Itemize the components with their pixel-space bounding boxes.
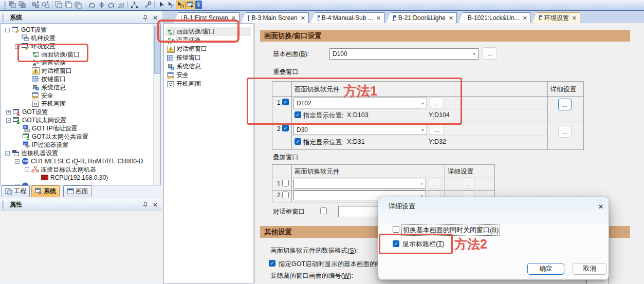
expand-box[interactable]: - xyxy=(5,28,10,32)
base-screen-browse-button[interactable]: ... xyxy=(483,47,497,60)
expand-box[interactable]: - xyxy=(15,159,20,164)
dock-tab-project[interactable]: 工程 xyxy=(2,185,30,197)
group-icon[interactable] xyxy=(31,1,41,9)
superimpose-row2-enable-checkbox[interactable] xyxy=(282,192,289,198)
superimpose-row1-enable-checkbox[interactable] xyxy=(282,180,289,186)
tab-b3-main-screen[interactable]: B-3:Main Screen✕ xyxy=(241,12,309,23)
tab-close-icon[interactable]: ✕ xyxy=(376,15,381,22)
overlap-row1-enable-checkbox[interactable]: ✓ xyxy=(282,99,289,105)
tree-item-ethernet-target[interactable]: -连接目标以太网机器 xyxy=(25,165,96,174)
ok-button[interactable]: 确定 xyxy=(527,263,564,275)
overlap-row2-browse-button[interactable]: ... xyxy=(430,124,444,135)
frame-paste-icon[interactable] xyxy=(64,1,73,9)
tree-item-key-window[interactable]: 按键窗口 xyxy=(32,75,66,83)
expand-box[interactable]: + xyxy=(6,110,11,115)
overlap-row2-detail-button[interactable]: ... xyxy=(558,126,572,138)
tree-item-got-settings[interactable]: -GOT设置 xyxy=(5,26,47,34)
overlap-row1-browse-button[interactable]: ... xyxy=(430,98,444,108)
startup-screen-checkbox[interactable]: ✓ xyxy=(269,260,275,267)
tree-item-ch2-partial[interactable]: +CH2 xyxy=(15,182,31,185)
tree-item-system-info[interactable]: i系统信息 xyxy=(32,83,66,91)
tree-item-got-ethernet-common[interactable]: GOT以太网公共设置 xyxy=(16,132,88,141)
dock-tab-screen[interactable]: 画面 xyxy=(63,185,91,197)
expand-box[interactable]: - xyxy=(5,151,10,156)
nav-item-security[interactable]: 安全 xyxy=(165,71,251,80)
superimpose-row1-device-combo[interactable]: ▼ xyxy=(293,179,426,188)
stack-front-icon[interactable] xyxy=(8,1,17,9)
pin-icon[interactable] xyxy=(141,14,149,22)
nav-item-key-window[interactable]: 按键窗口 xyxy=(165,53,251,62)
overlap-row1-position-checkbox[interactable]: ✓ xyxy=(295,111,301,118)
tree-item-security[interactable]: 安全 xyxy=(32,91,53,100)
nav-item-system-info[interactable]: i系统信息 xyxy=(165,62,251,71)
tab-close-icon[interactable]: ✕ xyxy=(301,15,305,22)
superimpose-row1-browse-button[interactable]: ... xyxy=(429,179,441,188)
tab-b1021-lock-unlock[interactable]: B-1021:Lock&Un...✕ xyxy=(458,12,530,23)
ungroup-icon[interactable] xyxy=(41,1,50,9)
close-icon[interactable]: ✕ xyxy=(151,14,159,22)
tree-item-ch1[interactable]: -CH1CH1:MELSEC iQ-R, RnMT/RT, CR800-D xyxy=(15,157,143,165)
rotate-angle-icon[interactable] xyxy=(116,1,126,9)
toolbar-grip[interactable] xyxy=(4,2,6,9)
toolbar-overflow-icon[interactable] xyxy=(195,1,202,9)
flip-horizontal-icon[interactable] xyxy=(97,1,106,9)
tab-b21-door-light[interactable]: B-21:Door&Lighe✕ xyxy=(386,12,457,23)
rotate-cw-icon[interactable] xyxy=(106,1,116,9)
select-window-icon[interactable] xyxy=(186,1,195,9)
tree-item-ip-filter[interactable]: IPIP过滤器设置 xyxy=(16,141,68,149)
dialog-window-checkbox[interactable] xyxy=(320,207,327,214)
tree-item-got-settings-2[interactable]: +GOT设置 xyxy=(6,108,48,116)
select-object-icon[interactable] xyxy=(176,1,186,9)
tree-item-got-ethernet[interactable]: -GOT以太网设置 xyxy=(6,116,66,124)
select-area-icon[interactable] xyxy=(166,1,176,9)
rotate-ccw-icon[interactable] xyxy=(87,1,97,9)
nav-item-language-switching[interactable]: Aあ语言切换 xyxy=(165,36,251,45)
tab-b4-manual-sub[interactable]: B-4:Manual-Sub ...✕ xyxy=(310,12,384,23)
tree-item-dialog-window[interactable]: 对话框窗口 xyxy=(32,67,72,75)
expand-box[interactable]: - xyxy=(15,44,20,49)
close-icon[interactable]: ✕ xyxy=(151,201,159,209)
option-wrench-icon[interactable] xyxy=(143,1,153,9)
cancel-button[interactable]: 取消 xyxy=(573,263,606,275)
tab-environment-settings[interactable]: 环境设置✕ xyxy=(532,12,580,23)
base-screen-combo[interactable]: D100▼ xyxy=(329,48,479,60)
pin-icon[interactable] xyxy=(141,201,149,209)
overlap-row2-device-combo[interactable]: D30▼ xyxy=(293,124,427,135)
expand-box[interactable]: - xyxy=(6,118,11,123)
nav-item-startup-screen[interactable]: 开机画面 xyxy=(165,80,251,88)
tab-close-icon[interactable]: ✕ xyxy=(523,15,527,22)
tree-scrollbar[interactable] xyxy=(153,24,160,185)
tree-item-language-switching[interactable]: Aあ语言切换 xyxy=(32,59,66,67)
tree-item-connection-settings[interactable]: -连接机器设置 xyxy=(5,149,58,157)
frame-duplicate-icon[interactable] xyxy=(73,1,83,9)
dialog-window-field[interactable] xyxy=(338,206,379,217)
tab-close-icon[interactable]: ✕ xyxy=(449,15,453,22)
superimpose-row1-detail-button[interactable]: ... xyxy=(463,179,475,188)
show-title-bar-checkbox[interactable]: ✓ xyxy=(393,240,399,247)
show-title-bar-checkbox-label[interactable]: 显示标题栏(T) xyxy=(402,239,445,249)
overlap-row2-position-checkbox[interactable]: ✓ xyxy=(295,138,301,145)
overlap-row2-enable-checkbox[interactable]: ✓ xyxy=(282,125,289,131)
tree-item-screen-switching[interactable]: 画面切换/窗口 xyxy=(32,50,80,59)
tab-close-icon[interactable]: ✕ xyxy=(572,15,577,22)
nav-item-screen-switching[interactable]: 画面切换/窗口 xyxy=(165,27,251,36)
tree-item-model-settings[interactable]: 机种设置 xyxy=(15,34,56,42)
dialog-close-icon[interactable]: ✕ xyxy=(595,201,606,212)
expand-box[interactable]: - xyxy=(25,167,29,172)
scrollbar-thumb[interactable] xyxy=(154,26,160,74)
frame-copy-icon[interactable] xyxy=(54,1,64,9)
tree-item-got-ip[interactable]: IPGOT IP地址设置 xyxy=(16,124,77,132)
tree-item-startup-screen[interactable]: 开机画面 xyxy=(32,100,66,108)
stack-back-icon[interactable] xyxy=(17,1,27,9)
select-cursor-icon[interactable] xyxy=(156,1,166,9)
tab-close-icon[interactable]: ✕ xyxy=(231,15,236,22)
close-window-checkbox-label[interactable]: 切换基本画面的同时关闭窗口(B) xyxy=(402,225,500,235)
vertex-edit-icon[interactable] xyxy=(130,1,139,9)
dock-tab-system[interactable]: 系统 xyxy=(31,185,60,197)
overlap-row1-detail-button[interactable]: ... xyxy=(558,99,572,110)
close-window-checkbox[interactable] xyxy=(393,226,399,233)
tree-item-env-settings[interactable]: -环境设置 xyxy=(15,42,56,50)
tree-item-rcpu[interactable]: RCPU(192.168.0.30) xyxy=(34,174,108,182)
tab-b1-first-screen[interactable]: B-1:First Screen✕ xyxy=(174,12,240,23)
nav-item-dialog-window[interactable]: 对话框窗口 xyxy=(165,45,251,53)
